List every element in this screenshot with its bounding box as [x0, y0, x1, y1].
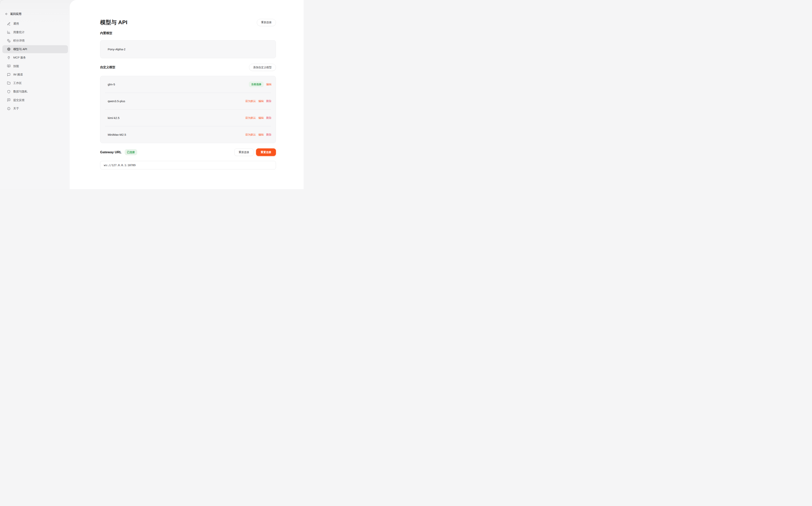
- sidebar-item-label: 通用: [13, 22, 19, 25]
- sidebar-item-label: IM 频道: [13, 73, 23, 76]
- sidebar-item-label: 积分详情: [13, 39, 24, 43]
- set-default-link[interactable]: 设为默认: [245, 116, 256, 120]
- builtin-model-row: Pony-Alpha-2: [100, 40, 276, 58]
- set-default-link[interactable]: 设为默认: [245, 99, 256, 103]
- sidebar-item-label: 工作区: [13, 81, 22, 85]
- custom-models-heading: 自定义模型: [100, 65, 115, 69]
- chat-bubble-icon: [7, 73, 10, 76]
- sidebar-item-credits[interactable]: 积分详情: [2, 37, 68, 45]
- sidebar-item-skills[interactable]: 技能: [2, 62, 68, 70]
- folder-icon: [7, 81, 10, 85]
- pencil-icon: [7, 22, 10, 25]
- sidebar-item-mcp-services[interactable]: MCP 服务: [2, 54, 68, 62]
- delete-link[interactable]: 删除: [266, 116, 272, 120]
- settings-sidebar: 返回应用 通用 用量统计 积分详情 模型与 API MCP 服务: [0, 0, 70, 189]
- settings-content: 模型与 API 重新连接 内置模型 Pony-Alpha-2 自定义模型 添加自…: [70, 0, 304, 189]
- model-row-minimax-m2-5: MiniMax-M2.5 设为默认 编辑 删除: [100, 126, 276, 143]
- page-title: 模型与 API: [100, 19, 128, 26]
- sidebar-item-about[interactable]: 关于: [2, 104, 68, 112]
- delete-link[interactable]: 删除: [266, 133, 272, 137]
- custom-models-card: glm-5 当前选择 编辑 qwen3.5-plus 设为默认 编辑 删除: [100, 76, 276, 143]
- sidebar-item-label: 用量统计: [13, 30, 24, 34]
- back-to-app-label: 返回应用: [10, 12, 21, 16]
- coins-icon: [7, 39, 10, 43]
- builtin-models-heading: 内置模型: [100, 31, 276, 35]
- builtin-models-card: Pony-Alpha-2: [100, 40, 276, 58]
- cpu-chip-icon: [7, 48, 10, 51]
- sidebar-item-feedback[interactable]: 提交反馈: [2, 96, 68, 104]
- reconnect-button-top[interactable]: 重新连接: [257, 19, 276, 26]
- sidebar-item-label: 技能: [13, 64, 19, 68]
- gateway-url-input[interactable]: [100, 161, 276, 169]
- sidebar-item-general[interactable]: 通用: [2, 20, 68, 28]
- sidebar-item-label: 提交反馈: [13, 98, 24, 102]
- model-row-glm-5: glm-5 当前选择 编辑: [100, 76, 276, 93]
- sidebar-item-data-privacy[interactable]: 数据与隐私: [2, 88, 68, 96]
- edit-link[interactable]: 编辑: [266, 83, 272, 86]
- model-name: qwen3.5-plus: [108, 99, 125, 103]
- book-open-icon: [7, 64, 10, 68]
- gateway-url-label: Gateway URL: [100, 150, 122, 154]
- sidebar-item-models-api[interactable]: 模型与 API: [2, 45, 68, 53]
- set-default-link[interactable]: 设为默认: [245, 133, 256, 137]
- reset-connection-button[interactable]: 重置连接: [256, 148, 276, 156]
- shield-icon: [7, 90, 10, 93]
- reconnect-button[interactable]: 重新连接: [234, 148, 253, 156]
- back-to-app[interactable]: 返回应用: [5, 11, 70, 17]
- sidebar-nav: 通用 用量统计 积分详情 模型与 API MCP 服务 技能: [0, 20, 70, 112]
- edit-link[interactable]: 编辑: [259, 133, 264, 137]
- sidebar-item-label: 数据与隐私: [13, 90, 27, 93]
- info-icon: [7, 107, 10, 110]
- back-arrow-icon: [5, 12, 8, 16]
- edit-link[interactable]: 编辑: [259, 99, 264, 103]
- sidebar-item-label: MCP 服务: [13, 56, 26, 60]
- app-window: 返回应用 通用 用量统计 积分详情 模型与 API MCP 服务: [0, 0, 304, 189]
- model-row-qwen3-5-plus: qwen3.5-plus 设为默认 编辑 删除: [100, 93, 276, 109]
- model-name: MiniMax-M2.5: [108, 133, 126, 136]
- plug-icon: [7, 56, 10, 60]
- bar-chart-icon: [7, 30, 10, 34]
- model-name: kimi-k2.5: [108, 116, 120, 119]
- sidebar-item-usage-stats[interactable]: 用量统计: [2, 28, 68, 36]
- message-plus-icon: [7, 98, 10, 102]
- add-custom-model-button[interactable]: 添加自定义模型: [249, 64, 276, 71]
- connected-badge: 已连接: [125, 149, 137, 155]
- delete-link[interactable]: 删除: [266, 99, 272, 103]
- edit-link[interactable]: 编辑: [259, 116, 264, 120]
- sidebar-item-workspace[interactable]: 工作区: [2, 79, 68, 87]
- sidebar-item-label: 模型与 API: [13, 48, 27, 51]
- model-row-kimi-k2-5: kimi-k2.5 设为默认 编辑 删除: [100, 109, 276, 126]
- model-name: glm-5: [108, 83, 115, 86]
- sidebar-item-label: 关于: [13, 107, 19, 110]
- current-selection-badge: 当前选择: [249, 82, 264, 87]
- builtin-model-name: Pony-Alpha-2: [108, 48, 126, 51]
- sidebar-item-im-channels[interactable]: IM 频道: [2, 71, 68, 79]
